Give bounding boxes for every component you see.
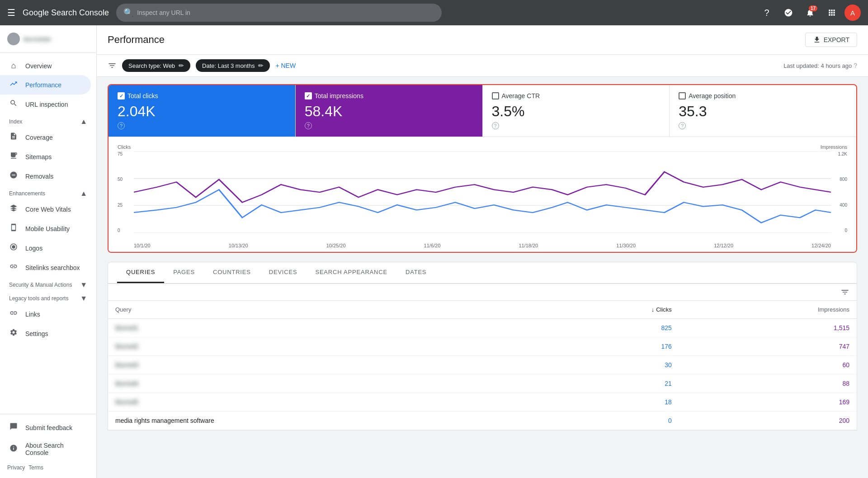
privacy-link[interactable]: Privacy xyxy=(7,464,25,471)
help-icon: ? xyxy=(764,8,769,18)
sidebar-item-label-overview: Overview xyxy=(25,62,52,70)
legacy-section-header[interactable]: Legacy tools and reports ▼ xyxy=(0,291,96,304)
search-type-label: Search type: Web xyxy=(128,62,175,69)
new-filter-button[interactable]: + NEW xyxy=(275,62,296,69)
toolbar: Search type: Web ✏ Date: Last 3 months ✏… xyxy=(97,55,868,77)
metric-card-total-impressions[interactable]: Total impressions 58.4K ? xyxy=(296,85,483,137)
sidebar-item-mobile-usability[interactable]: Mobile Usability xyxy=(0,219,91,238)
sidebar-item-settings[interactable]: Settings xyxy=(0,324,91,343)
tab-dates[interactable]: DATES xyxy=(396,262,435,283)
metric-card-average-position[interactable]: Average position 35.3 ? xyxy=(670,85,856,137)
average-ctr-checkbox[interactable] xyxy=(492,92,499,99)
sidebar-item-removals[interactable]: Removals xyxy=(0,166,91,186)
total-impressions-help-icon[interactable]: ? xyxy=(305,122,312,129)
date-filter[interactable]: Date: Last 3 months ✏ xyxy=(196,59,270,72)
clicks-column-header[interactable]: ↓Clicks xyxy=(545,301,679,319)
tab-devices[interactable]: DEVICES xyxy=(260,262,307,283)
y-left-0: 0 xyxy=(118,228,128,233)
index-section-header[interactable]: Index ▲ xyxy=(0,114,96,128)
metric-card-average-ctr[interactable]: Average CTR 3.5% ? xyxy=(483,85,670,137)
total-clicks-label: Total clicks xyxy=(127,92,158,99)
sidebar-item-overview[interactable]: ⌂ Overview xyxy=(0,57,91,75)
total-clicks-value: 2.04K xyxy=(118,103,286,120)
query-cell-6: media rights management software xyxy=(108,412,545,430)
apps-button[interactable] xyxy=(823,4,841,22)
sidebar-item-submit-feedback[interactable]: Submit feedback xyxy=(0,418,91,437)
sidebar-item-coverage[interactable]: Coverage xyxy=(0,128,91,147)
menu-icon[interactable]: ☰ xyxy=(7,7,15,18)
sidebar-item-core-web-vitals[interactable]: Core Web Vitals xyxy=(0,199,91,219)
core-web-vitals-icon xyxy=(9,204,18,214)
table-row[interactable]: blurred2 176 747 xyxy=(108,337,857,356)
sidebar-item-label-performance: Performance xyxy=(25,81,61,89)
sidebar-item-url-inspection[interactable]: URL inspection xyxy=(0,95,91,114)
logos-icon xyxy=(9,243,18,253)
security-section-header[interactable]: Security & Manual Actions ▼ xyxy=(0,277,96,291)
date-label: Date: Last 3 months xyxy=(202,62,255,69)
average-position-help-icon[interactable]: ? xyxy=(679,122,686,129)
chart-x-labels: 10/1/20 10/13/20 10/25/20 11/6/20 11/18/… xyxy=(118,242,847,248)
y-right-400: 400 xyxy=(833,203,847,208)
enhancements-section-header[interactable]: Enhancements ▲ xyxy=(0,186,96,199)
table-container: Query ↓Clicks Impressions blurred1 825 1… xyxy=(108,284,857,431)
total-impressions-checkbox[interactable] xyxy=(305,92,312,99)
search-bar[interactable]: 🔍 xyxy=(116,4,442,22)
total-clicks-checkbox[interactable] xyxy=(118,92,125,99)
impressions-column-header: Impressions xyxy=(679,301,857,319)
date-edit-icon: ✏ xyxy=(258,62,264,69)
sort-down-icon: ↓ xyxy=(651,306,655,313)
table-filter-icon[interactable] xyxy=(840,288,849,297)
table-row[interactable]: blurred1 825 1,515 xyxy=(108,319,857,337)
sidebar-item-performance[interactable]: Performance xyxy=(0,75,91,95)
clicks-cell-2: 176 xyxy=(545,337,679,356)
sidebar-item-sitelinks-searchbox[interactable]: Sitelinks searchbox xyxy=(0,258,91,277)
impressions-cell-5: 169 xyxy=(679,393,857,412)
query-cell-2: blurred2 xyxy=(115,343,138,350)
last-updated-help-icon[interactable]: ? xyxy=(854,62,857,69)
sidebar-item-about-search-console[interactable]: About Search Console xyxy=(0,437,91,461)
accounts-button[interactable] xyxy=(779,4,797,22)
edit-icon: ✏ xyxy=(179,62,184,69)
notification-button[interactable]: 17 xyxy=(801,4,819,22)
main-content: Performance EXPORT Search type: Web ✏ Da… xyxy=(97,25,868,478)
tab-countries[interactable]: COUNTRIES xyxy=(204,262,260,283)
tab-queries[interactable]: QUERIES xyxy=(117,262,164,283)
average-ctr-help-icon[interactable]: ? xyxy=(492,122,499,129)
table-row[interactable]: blurred5 18 169 xyxy=(108,393,857,412)
coverage-icon xyxy=(9,132,18,142)
sidebar-item-sitemaps[interactable]: Sitemaps xyxy=(0,147,91,166)
terms-link[interactable]: Terms xyxy=(28,464,43,471)
sidebar-site[interactable]: blurredsite xyxy=(0,25,96,53)
queries-table: Query ↓Clicks Impressions blurred1 825 1… xyxy=(108,301,857,430)
tab-search-appearance[interactable]: SEARCH APPEARANCE xyxy=(306,262,396,283)
metric-card-total-clicks[interactable]: Total clicks 2.04K ? xyxy=(108,85,296,137)
chart-y-right-label: Impressions xyxy=(821,144,847,150)
impressions-cell-4: 88 xyxy=(679,374,857,393)
help-button[interactable]: ? xyxy=(758,4,776,22)
page-title: Performance xyxy=(108,34,165,46)
tab-pages[interactable]: PAGES xyxy=(164,262,204,283)
table-row[interactable]: blurred4 21 88 xyxy=(108,374,857,393)
export-button[interactable]: EXPORT xyxy=(805,33,857,47)
filter-icon[interactable] xyxy=(108,61,117,70)
total-clicks-help-icon[interactable]: ? xyxy=(118,122,125,129)
export-label: EXPORT xyxy=(824,36,849,43)
table-row[interactable]: blurred3 30 60 xyxy=(108,356,857,374)
table-row[interactable]: media rights management software 0 200 xyxy=(108,412,857,430)
search-type-filter[interactable]: Search type: Web ✏ xyxy=(122,59,190,72)
links-icon xyxy=(9,309,18,319)
search-icon: 🔍 xyxy=(123,8,133,18)
download-icon xyxy=(813,36,821,44)
sidebar-item-label-removals: Removals xyxy=(25,173,53,180)
x-label-7: 12/24/20 xyxy=(811,243,831,248)
sidebar-item-links[interactable]: Links xyxy=(0,304,91,324)
search-input[interactable] xyxy=(137,9,434,16)
sidebar-item-logos[interactable]: Logos xyxy=(0,238,91,258)
security-section-label: Security & Manual Actions xyxy=(9,282,72,288)
query-cell-5: blurred5 xyxy=(115,398,138,406)
average-position-checkbox[interactable] xyxy=(679,92,686,99)
sidebar-bottom-links: Privacy Terms xyxy=(0,461,96,474)
avatar[interactable]: A xyxy=(844,5,861,21)
table-body: blurred1 825 1,515 blurred2 176 747 blur… xyxy=(108,319,857,430)
chart-area: Clicks Impressions 75 50 25 0 1 xyxy=(108,137,856,252)
